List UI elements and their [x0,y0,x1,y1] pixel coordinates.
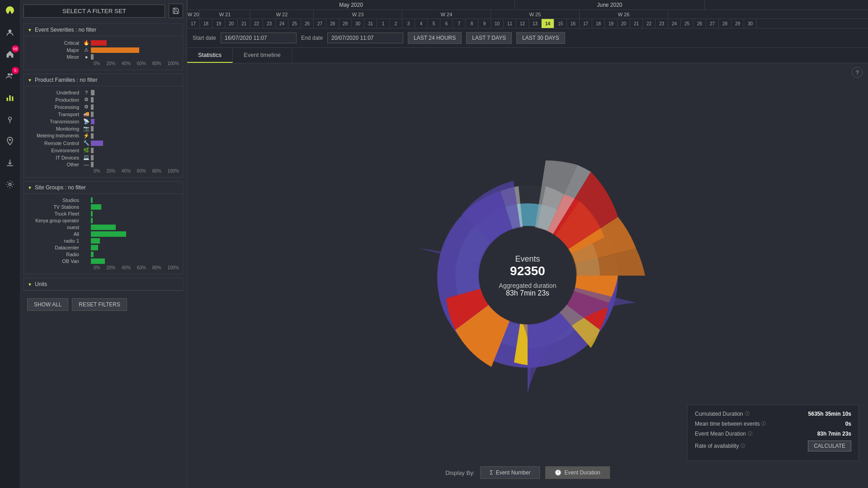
day-20b[interactable]: 20 [618,19,630,28]
day-10[interactable]: 10 [491,19,504,28]
sg-all: All [28,231,179,237]
severities-section: ▼ Event Severities : no filter Critical … [24,23,183,70]
day-21b[interactable]: 21 [630,19,643,28]
day-6[interactable]: 6 [440,19,453,28]
day-12[interactable]: 12 [516,19,529,28]
download-icon[interactable] [3,155,17,170]
day-17a[interactable]: 17 [187,19,200,28]
day-28[interactable]: 28 [326,19,339,28]
site-groups-title[interactable]: ▼ Site Groups : no filter [24,182,183,194]
chart-center-text: Events 92350 Aggregated duration 83h 7mi… [499,254,557,297]
day-23b[interactable]: 23 [656,19,668,28]
site-groups-section: ▼ Site Groups : no filter Studios TV Sta… [24,181,183,274]
week-20[interactable]: W 20 [187,10,200,19]
day-23[interactable]: 23 [263,19,276,28]
settings-icon[interactable] [3,177,17,192]
start-date-label: Start date [193,35,216,41]
severities-arrow: ▼ [28,28,32,33]
select-filter-button[interactable]: SELECT A FILTER SET [24,5,165,18]
day-29b[interactable]: 29 [731,19,744,28]
week-26[interactable]: W 26 [580,10,668,19]
calculate-button[interactable]: CALCULATE [808,441,851,451]
day-5[interactable]: 5 [428,19,440,28]
logo-icon[interactable] [3,4,17,18]
start-date-input[interactable] [221,33,297,43]
day-11[interactable]: 11 [504,19,516,28]
severities-title[interactable]: ▼ Event Severities : no filter [24,24,183,36]
units-title[interactable]: ▼ Units [24,278,183,291]
day-3[interactable]: 3 [402,19,415,28]
day-22b[interactable]: 22 [643,19,656,28]
day-7[interactable]: 7 [453,19,466,28]
pf-other: Other — [28,162,179,167]
product-families-title[interactable]: ▼ Product Families : no filter [24,74,183,86]
last-7d-button[interactable]: LAST 7 DAYS [466,32,512,44]
day-26b[interactable]: 26 [693,19,706,28]
info-icon-avail: ⓘ [741,443,745,449]
save-filter-button[interactable] [169,4,183,18]
day-28b[interactable]: 28 [719,19,731,28]
bar-row-major: Major ⚠ [28,47,179,53]
bar-row-minor: Minor ● [28,54,179,60]
week-21[interactable]: W 21 [200,10,250,19]
day-31[interactable]: 31 [364,19,377,28]
day-14[interactable]: 14 [542,19,554,28]
duration-label: Aggregated duration [499,282,557,289]
day-16[interactable]: 16 [567,19,580,28]
day-30[interactable]: 30 [352,19,364,28]
week-22[interactable]: W 22 [250,10,314,19]
pf-transport: Transport 🚚 [28,111,179,117]
mean-time-label: Mean time between events ⓘ [695,421,766,427]
tab-statistics[interactable]: Statistics [187,48,233,63]
user-icon[interactable] [3,25,17,40]
day-25b[interactable]: 25 [681,19,693,28]
filter-panel: SELECT A FILTER SET ▼ Event Severities :… [20,0,187,488]
last-30d-button[interactable]: LAST 30 DAYS [516,32,565,44]
day-1[interactable]: 1 [377,19,390,28]
day-22[interactable]: 22 [250,19,263,28]
day-25[interactable]: 25 [288,19,301,28]
day-4[interactable]: 4 [415,19,428,28]
day-19[interactable]: 19 [212,19,225,28]
day-8[interactable]: 8 [466,19,478,28]
week-25[interactable]: W 25 [491,10,580,19]
pin-icon[interactable] [3,112,17,127]
day-27b[interactable]: 27 [706,19,719,28]
day-9[interactable]: 9 [478,19,491,28]
date-controls: Start date End date LAST 24 HOURS LAST 7… [187,28,868,48]
week-24[interactable]: W 24 [402,10,491,19]
pf-monitoring: Monitoring 📷 [28,126,179,131]
help-icon[interactable]: ? [852,67,863,78]
show-all-button[interactable]: SHOW ALL [27,298,68,311]
sg-studios: Studios [28,197,179,203]
day-26[interactable]: 26 [301,19,314,28]
day-27[interactable]: 27 [314,19,326,28]
day-18b[interactable]: 18 [592,19,605,28]
week-23[interactable]: W 23 [314,10,402,19]
display-event-duration-button[interactable]: 🕐 Event Duration [545,466,609,479]
chart-icon[interactable] [3,90,17,105]
day-18[interactable]: 18 [200,19,212,28]
location-icon[interactable] [3,134,17,148]
events-value: 92350 [499,264,557,278]
day-30b[interactable]: 30 [744,19,757,28]
day-24b[interactable]: 24 [668,19,681,28]
home-icon[interactable]: 66 [3,47,17,61]
team-icon[interactable]: 5 [3,69,17,83]
day-19b[interactable]: 19 [605,19,618,28]
day-20[interactable]: 20 [225,19,238,28]
day-17b[interactable]: 17 [580,19,592,28]
day-29[interactable]: 29 [339,19,352,28]
reset-filters-button[interactable]: RESET FILTERS [72,298,127,311]
day-24[interactable]: 24 [276,19,288,28]
pf-production: Production ⚙ [28,97,179,103]
last-24h-button[interactable]: LAST 24 HOURS [408,32,462,44]
display-event-number-button[interactable]: Σ Event Number [480,466,540,479]
day-15[interactable]: 15 [554,19,567,28]
day-21[interactable]: 21 [238,19,250,28]
day-13[interactable]: 13 [529,19,542,28]
tab-event-timeline[interactable]: Event timeline [233,48,292,63]
end-date-input[interactable] [327,33,403,43]
pf-label-undefined: Undefined [28,90,82,95]
day-2[interactable]: 2 [390,19,402,28]
